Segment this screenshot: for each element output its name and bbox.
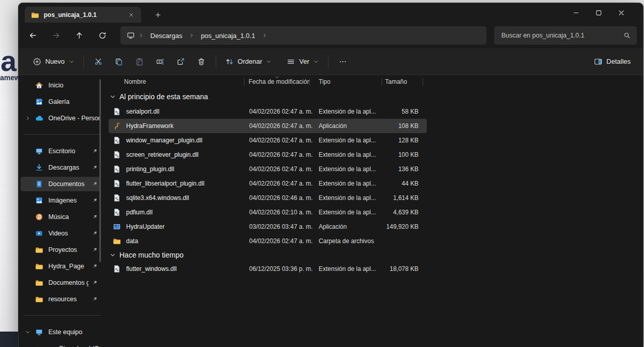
minimize-button[interactable] xyxy=(565,3,587,23)
sidebar-divider xyxy=(19,127,105,142)
file-size: 128 KB xyxy=(381,137,423,144)
chevron-right-icon[interactable] xyxy=(138,33,144,38)
refresh-button[interactable] xyxy=(93,26,112,45)
application-icon xyxy=(113,223,121,231)
delete-button[interactable] xyxy=(191,54,212,69)
group-header-esta-semana[interactable]: Al principio de esta semana xyxy=(109,88,427,104)
column-header-tamano[interactable]: Tamaño xyxy=(381,78,423,85)
sidebar-item-hydra-page[interactable]: Hydra_Page xyxy=(21,259,101,273)
file-name: window_manager_plugin.dll xyxy=(126,137,202,144)
copy-button[interactable] xyxy=(109,54,129,69)
tab-close-button[interactable] xyxy=(126,9,137,21)
chevron-right-icon[interactable] xyxy=(189,33,194,38)
dll-file-icon xyxy=(113,179,121,188)
window-controls xyxy=(565,3,643,23)
sidebar-item-label: Escritorio xyxy=(48,148,89,155)
sidebar-item-label: Disco local (C:) xyxy=(59,345,101,347)
sidebar-item-escritorio[interactable]: Escritorio xyxy=(21,144,101,158)
file-row[interactable]: flutter_windows.dll 06/12/2025 03:36 p. … xyxy=(109,262,427,276)
file-row[interactable]: screen_retriever_plugin.dll 04/02/2026 0… xyxy=(109,148,427,162)
chevron-down-icon[interactable] xyxy=(25,330,30,335)
file-row-selected[interactable]: HydraFramework 04/02/2026 02:47 a. m. Ap… xyxy=(109,119,427,133)
sidebar-item-proyectos[interactable]: Proyectos xyxy=(21,243,101,257)
toolbar-divider xyxy=(216,56,216,68)
new-tab-button[interactable] xyxy=(151,9,165,21)
file-name: pdfium.dll xyxy=(126,209,152,216)
rename-button[interactable] xyxy=(150,54,170,69)
share-button[interactable] xyxy=(170,54,191,69)
sidebar-item-este-equipo[interactable]: Este equipo xyxy=(21,325,101,339)
explorer-tab[interactable]: pos_unicaja_1.0.1 xyxy=(25,7,141,23)
file-row[interactable]: data 04/02/2026 02:47 a. m. Carpeta de a… xyxy=(109,234,427,248)
sidebar-item-inicio[interactable]: Inicio xyxy=(21,78,101,93)
sidebar-item-disco-local[interactable]: Disco local (C:) xyxy=(21,341,101,347)
pin-icon xyxy=(92,247,98,253)
sidebar-item-videos[interactable]: Videos xyxy=(21,226,101,241)
sidebar: Inicio Galería OneDrive - Persor Escrito… xyxy=(19,75,105,347)
cut-button[interactable] xyxy=(88,54,109,69)
breadcrumb-pos-unicaja[interactable]: pos_unicaja_1.0.1 xyxy=(198,30,258,41)
sidebar-item-onedrive[interactable]: OneDrive - Persor xyxy=(21,111,101,125)
breadcrumb-descargas[interactable]: Descargas xyxy=(147,30,185,41)
sidebar-item-resources[interactable]: resources xyxy=(21,292,101,306)
copy-icon xyxy=(115,58,123,66)
file-row[interactable]: HydraUpdater 03/02/2026 03:47 a. m. Apli… xyxy=(109,220,427,234)
chevron-right-icon[interactable] xyxy=(25,116,30,121)
details-button[interactable]: Detalles xyxy=(589,54,636,69)
up-button[interactable] xyxy=(70,26,89,45)
sidebar-item-label: Galería xyxy=(48,98,101,105)
local-disk-icon xyxy=(46,344,54,347)
file-date: 04/02/2026 02:47 a. m. xyxy=(244,238,309,245)
file-explorer-window: pos_unicaja_1.0.1 Descargas pos_unicaja_… xyxy=(18,3,643,347)
file-type: Aplicación xyxy=(309,122,381,130)
new-button[interactable]: Nuevo xyxy=(28,54,79,69)
sidebar-item-musica[interactable]: Música xyxy=(21,210,101,224)
file-list: Nombre Fecha de modificación Tipo Tamaño… xyxy=(109,75,427,347)
file-type: Extensión de la apl... xyxy=(309,166,381,173)
back-button[interactable] xyxy=(24,26,42,45)
file-row[interactable]: printing_plugin.dll 04/02/2026 02:47 a. … xyxy=(109,162,427,176)
background-app-text-fragment: amew xyxy=(0,74,20,82)
file-type: Extensión de la apl... xyxy=(309,209,381,216)
search-icon xyxy=(623,32,631,39)
file-row[interactable]: flutter_libserialport_plugin.dll 04/02/2… xyxy=(109,176,427,191)
sidebar-item-documentos-g[interactable]: Documentos g xyxy=(21,276,101,290)
file-name: printing_plugin.dll xyxy=(126,166,174,173)
chevron-right-icon[interactable] xyxy=(262,33,267,38)
video-icon xyxy=(35,229,43,238)
file-date: 04/02/2026 02:47 a. m. xyxy=(244,180,309,187)
sidebar-item-descargas[interactable]: Descargas xyxy=(21,160,101,175)
sidebar-item-label: OneDrive - Persor xyxy=(48,115,101,122)
sidebar-scrollbar[interactable] xyxy=(99,79,101,262)
this-pc-icon[interactable] xyxy=(127,31,135,40)
maximize-button[interactable] xyxy=(587,3,610,23)
dll-file-icon xyxy=(113,136,121,144)
file-size: 136 KB xyxy=(381,166,423,173)
sidebar-item-documentos[interactable]: Documentos xyxy=(21,177,101,191)
file-row[interactable]: sqlite3.x64.windows.dll 04/02/2026 02:46… xyxy=(109,191,427,205)
dll-file-icon xyxy=(113,107,121,116)
file-type: Extensión de la apl... xyxy=(309,194,381,202)
file-row[interactable]: window_manager_plugin.dll 04/02/2026 02:… xyxy=(109,133,427,148)
close-button[interactable] xyxy=(610,3,633,23)
file-row[interactable]: serialport.dll 04/02/2026 02:47 a. m. Ex… xyxy=(109,104,427,119)
file-row[interactable]: pdfium.dll 04/02/2026 02:10 a. m. Extens… xyxy=(109,205,427,220)
dll-file-icon xyxy=(113,265,121,273)
sidebar-item-galeria[interactable]: Galería xyxy=(21,95,101,109)
sort-button[interactable]: Ordenar xyxy=(220,54,277,69)
file-type: Carpeta de archivos xyxy=(309,238,381,245)
column-header-nombre[interactable]: Nombre xyxy=(109,78,244,85)
file-name: flutter_libserialport_plugin.dll xyxy=(126,180,204,187)
pin-icon xyxy=(92,197,98,204)
group-header-hace-mucho-tiempo[interactable]: Hace mucho tiempo xyxy=(109,248,427,262)
file-size: 1,614 KB xyxy=(381,194,423,202)
column-header-tipo[interactable]: Tipo xyxy=(309,78,381,85)
file-size: 4,639 KB xyxy=(381,209,423,216)
sidebar-item-imagenes[interactable]: Imágenes xyxy=(21,193,101,208)
file-date: 04/02/2026 02:47 a. m. xyxy=(244,108,309,115)
search-input[interactable] xyxy=(500,31,619,40)
view-button[interactable]: Ver xyxy=(282,54,324,69)
more-options-button[interactable] xyxy=(333,54,353,69)
file-date: 03/02/2026 03:47 a. m. xyxy=(244,223,309,230)
file-size: 108 KB xyxy=(381,122,423,130)
